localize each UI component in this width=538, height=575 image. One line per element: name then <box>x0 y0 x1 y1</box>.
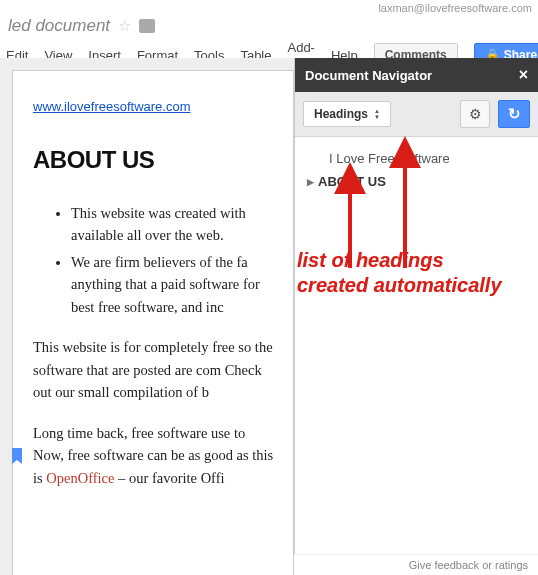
user-email: laxman@ilovefreesoftware.com <box>378 2 532 14</box>
tree-root[interactable]: I Love Free Software <box>307 147 526 170</box>
folder-icon[interactable] <box>139 19 155 33</box>
stepper-icon: ▲▼ <box>374 108 380 120</box>
close-icon[interactable]: × <box>519 66 528 84</box>
doc-title[interactable]: led document <box>8 16 110 36</box>
heading-about-us: ABOUT US <box>33 146 279 174</box>
annotation-text: list of headings created automatically <box>297 248 502 298</box>
bullet-item: We are firm believers of the fa anything… <box>71 251 279 318</box>
paragraph: This website is for completely free so t… <box>33 336 279 403</box>
settings-button[interactable]: ⚙ <box>460 100 490 128</box>
bullet-item: This website was created with available … <box>71 202 279 247</box>
paragraph: Long time back, free software use to Now… <box>33 422 279 489</box>
refresh-button[interactable]: ↻ <box>498 100 530 128</box>
tree-item-about-us[interactable]: ▶ ABOUT US <box>307 170 526 193</box>
document-canvas[interactable]: www.ilovefreesoftware.com ABOUT US This … <box>0 58 294 575</box>
refresh-icon: ↻ <box>508 105 521 123</box>
document-navigator-panel: Document Navigator × Headings ▲▼ ⚙ ↻ I L… <box>294 58 538 575</box>
hyperlink[interactable]: www.ilovefreesoftware.com <box>33 99 191 114</box>
triangle-right-icon: ▶ <box>307 177 314 187</box>
panel-title: Document Navigator <box>305 68 432 83</box>
filter-select[interactable]: Headings ▲▼ <box>303 101 391 127</box>
openoffice-link[interactable]: OpenOffice <box>46 470 114 486</box>
feedback-link[interactable]: Give feedback or ratings <box>294 554 538 575</box>
gear-icon: ⚙ <box>469 106 482 122</box>
star-icon[interactable]: ☆ <box>118 17 131 35</box>
